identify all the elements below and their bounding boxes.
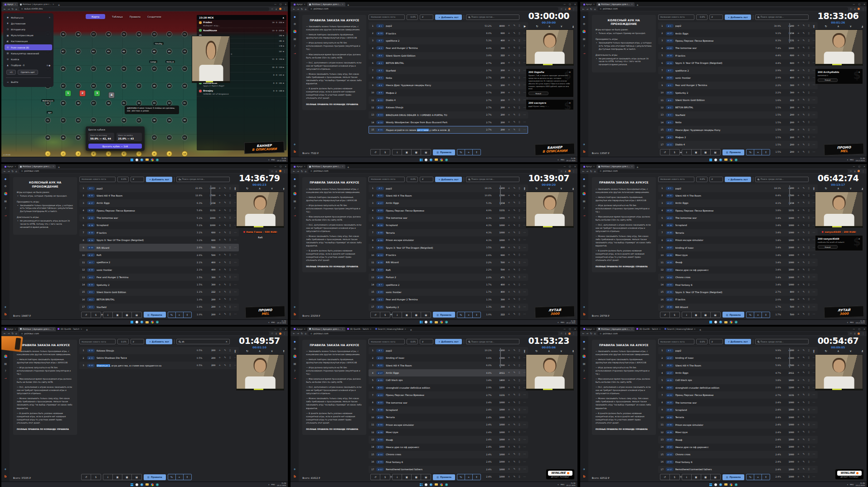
back-button[interactable]: ← xyxy=(4,170,6,173)
bookmark-icon[interactable]: ☆ xyxy=(560,170,563,173)
lot-row[interactable]: 10# 48Монструм3.4%1000+✎▯⋯ xyxy=(658,251,818,259)
percent-input[interactable]: 0.0% xyxy=(696,177,708,182)
lot-more-icon[interactable]: ⋯ xyxy=(234,254,237,256)
lot-more-icon[interactable]: ⋯ xyxy=(813,439,815,441)
minimize-button[interactable]: — xyxy=(274,165,276,168)
lot-row[interactable]: 1# 1рдр214.1%4200+✎▯⋯ xyxy=(658,184,818,192)
telegram-icon[interactable]: ✈ xyxy=(583,143,585,146)
board-cell[interactable]: 22 xyxy=(60,117,66,123)
new-tab-button[interactable]: + xyxy=(347,165,349,169)
lot-row[interactable]: 11# 50Фнаф3.4%1000+✎▯⋯ xyxy=(658,259,818,266)
plus-mode-icon[interactable]: + xyxy=(465,474,473,480)
lot-add-icon[interactable]: + xyxy=(508,371,510,374)
back-button[interactable]: ← xyxy=(293,170,295,173)
lot-add-icon[interactable]: + xyxy=(797,224,800,227)
lot-row[interactable]: 12# 48Монструм2.4%1000+✎▯⋯ xyxy=(658,429,818,436)
home-button[interactable]: ⌂ xyxy=(15,8,17,10)
edge-icon[interactable] xyxy=(430,159,432,161)
explorer-icon[interactable] xyxy=(435,483,438,486)
board-cell[interactable]: 43 xyxy=(75,83,81,89)
sidebar-item-7[interactable]: ◎Колёса xyxy=(3,56,53,62)
lot-delete-icon[interactable]: ▯ xyxy=(519,446,520,448)
search-icon[interactable] xyxy=(425,321,427,323)
lot-row[interactable]: 5# 22The tomorrow war5.1%1000+✎▯⋯ xyxy=(79,214,239,222)
board-cell[interactable]: 55 xyxy=(121,66,127,72)
board-cell[interactable]: 48 xyxy=(151,83,157,89)
lot-row[interactable]: 2# 31Silent Hill 4 The Room8.4%2500+✎▯⋯ xyxy=(658,192,818,199)
lot-add-icon[interactable]: + xyxy=(218,284,221,286)
lot-add-icon[interactable]: + xyxy=(508,106,510,109)
sort-icon[interactable]: ↕ xyxy=(184,474,191,480)
copy-icon[interactable]: ▤ xyxy=(711,474,720,480)
tray-expand-icon[interactable]: ∧ xyxy=(847,321,848,323)
lot-more-icon[interactable]: ⋯ xyxy=(524,269,526,271)
maximize-button[interactable]: ▢ xyxy=(569,165,571,168)
lot-row[interactable]: 16# 9Мафиа 21.5%200+✎▯⋯ xyxy=(658,134,818,141)
new-lot-input[interactable]: Название нового лота xyxy=(79,177,116,182)
lot-delete-icon[interactable]: ▯ xyxy=(519,291,520,294)
lot-delete-icon[interactable]: ▯ xyxy=(808,69,810,72)
lot-row[interactable]: 3# 27Arctic Eggs4.1%1234+✎▯⋯ xyxy=(658,199,818,207)
lot-row[interactable]: 4# 27Arctic Eggs4.7%2011+✎▯⋯ xyxy=(658,369,818,376)
integration-icon[interactable] xyxy=(582,355,586,358)
back-button[interactable]: ← xyxy=(582,170,585,173)
tab-close-icon[interactable]: × xyxy=(53,165,54,168)
lot-more-icon[interactable]: ⋯ xyxy=(813,291,815,294)
board-cell[interactable]: 1 xyxy=(45,151,51,157)
lot-delete-icon[interactable]: ▯ xyxy=(519,187,520,190)
donation-action-button[interactable]: Новый xyxy=(818,245,838,249)
lot-edit-icon[interactable]: ✎ xyxy=(803,224,805,227)
minimize-button[interactable]: — xyxy=(274,3,276,5)
logout-icon[interactable]: → xyxy=(583,214,585,217)
lot-add-icon[interactable]: + xyxy=(508,261,510,264)
lot-edit-icon[interactable]: ✎ xyxy=(803,254,805,256)
language-indicator[interactable]: ENG xyxy=(850,159,853,161)
lot-delete-icon[interactable]: ▯ xyxy=(519,439,520,441)
lot-delete-icon[interactable]: ▯ xyxy=(808,151,810,153)
lot-add-icon[interactable]: + xyxy=(508,202,510,204)
lot-add-icon[interactable]: + xyxy=(797,239,800,241)
lot-edit-icon[interactable]: ✎ xyxy=(803,202,805,204)
minimize-button[interactable]: — xyxy=(563,328,566,330)
lot-add-icon[interactable]: + xyxy=(218,194,221,197)
reload-button[interactable]: ↻ xyxy=(11,170,14,173)
lot-add-icon[interactable]: + xyxy=(797,194,800,197)
new-tab-button[interactable]: + xyxy=(636,165,639,169)
lot-delete-icon[interactable]: ▯ xyxy=(519,194,520,197)
board-cell[interactable]: 5 xyxy=(106,151,112,157)
collapse-icon[interactable]: ∧ xyxy=(282,16,284,19)
back-button[interactable]: ← xyxy=(293,8,295,10)
lot-edit-icon[interactable]: ✎ xyxy=(803,144,805,146)
lot-delete-icon[interactable]: ▯ xyxy=(519,468,520,471)
search-icon[interactable] xyxy=(136,483,138,486)
board-cell[interactable]: 10 xyxy=(182,151,188,157)
start-button[interactable] xyxy=(420,321,422,323)
save-icon[interactable]: ▣ xyxy=(402,149,412,155)
lot-delete-icon[interactable]: ▯ xyxy=(808,84,810,87)
lot-row[interactable]: 17# 57Remothered tormented fathers2.4%10… xyxy=(658,466,818,473)
lot-more-icon[interactable]: ⋯ xyxy=(524,394,526,396)
lot-more-icon[interactable]: ⋯ xyxy=(234,261,237,264)
lot-delete-icon[interactable]: ▯ xyxy=(229,313,231,315)
lot-delete-icon[interactable]: ▯ xyxy=(808,129,810,131)
lot-edit-icon[interactable]: ✎ xyxy=(803,431,805,434)
lot-add-icon[interactable]: + xyxy=(797,217,800,219)
profile-avatar[interactable] xyxy=(568,170,571,172)
lot-add-icon[interactable]: + xyxy=(797,386,800,389)
lot-delete-icon[interactable]: ▯ xyxy=(808,261,810,264)
lot-row[interactable]: 14# 55Final fantasy 63.4%1000+✎▯⋯ xyxy=(658,281,818,288)
lot-edit-icon[interactable]: ✎ xyxy=(224,254,226,256)
lot-edit-icon[interactable]: ✎ xyxy=(803,32,805,35)
url-field[interactable]: ⊙pointauc.com xyxy=(19,169,269,173)
lot-add-icon[interactable]: + xyxy=(508,284,510,286)
lot-row[interactable]: 10# 25Spelunky 22.2%300+✎▯⋯ xyxy=(658,89,818,96)
chrome-icon[interactable] xyxy=(440,321,443,323)
lot-delete-icon[interactable]: ▯ xyxy=(808,62,810,64)
home-button[interactable]: ⌂ xyxy=(305,8,306,10)
forward-button[interactable]: → xyxy=(8,332,10,335)
app-check-icon[interactable]: ✓ xyxy=(156,321,159,323)
reload-button[interactable]: ↻ xyxy=(590,8,592,10)
copy-icon[interactable]: ▤ xyxy=(421,474,431,480)
lot-edit-icon[interactable]: ✎ xyxy=(803,209,805,212)
browser-menu-icon[interactable]: ⋮ xyxy=(572,170,575,173)
